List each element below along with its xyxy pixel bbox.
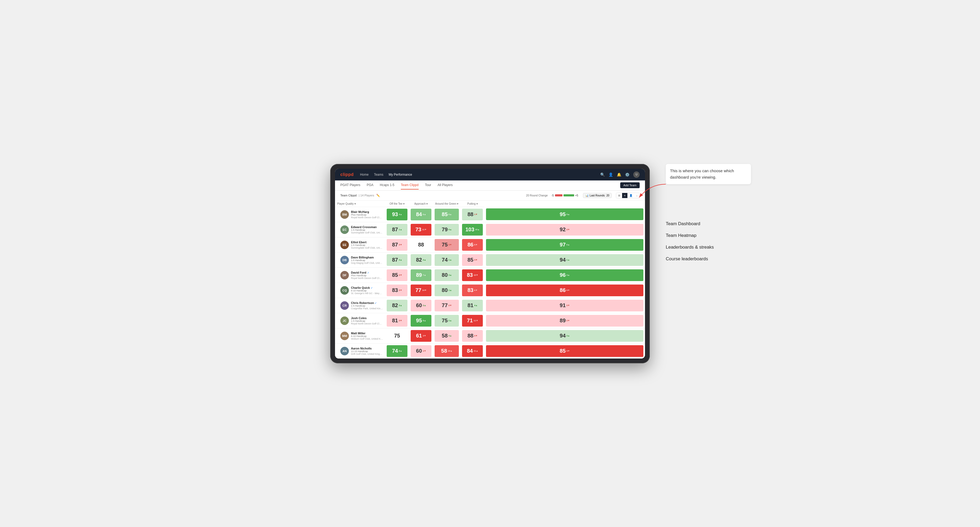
score-approach: 79 9▲ <box>433 222 460 237</box>
team-name: Team Clippd <box>340 194 356 197</box>
avatar[interactable]: U <box>633 171 640 178</box>
nav-team-clippd[interactable]: Team Clippd <box>401 181 418 189</box>
score-around_green: 103 15▲ <box>460 222 484 237</box>
nav-home[interactable]: Home <box>360 171 369 178</box>
nav-icons: 🔍 👤 🔔 ⚙️ U <box>600 171 640 178</box>
player-cell[interactable]: MM Matt Miller 6-10 Handicap Woburn Golf… <box>335 328 385 343</box>
user-icon[interactable]: 👤 <box>609 173 613 177</box>
nav-tour[interactable]: Tour <box>425 181 431 189</box>
score-putting: 86 8▼ <box>484 283 645 298</box>
score-player_quality: 87 1▲ <box>385 222 409 237</box>
nav-pgat-players[interactable]: PGAT Players <box>340 181 360 189</box>
table-row: EE Elliot Ebert 1-5 Handicap Sunningdale… <box>335 237 645 252</box>
right-annotation-panel: This is where you can choose which dashb… <box>666 164 751 268</box>
top-navigation: clippd Home Teams My Performance 🔍 👤 🔔 ⚙… <box>335 169 645 181</box>
pos-change: +5 <box>575 194 578 197</box>
table-row: DB Dave Billingham 1-5 Handicap Gog Mago… <box>335 252 645 268</box>
player-cell[interactable]: DB Dave Billingham 1-5 Handicap Gog Mago… <box>335 252 385 268</box>
nav-all-players[interactable]: All Players <box>438 181 453 189</box>
score-approach: 74 1▲ <box>433 252 460 268</box>
annotation-item-leaderboards: Leaderboards & streaks <box>666 244 751 250</box>
neg-change: -5 <box>552 194 554 197</box>
tablet-screen: clippd Home Teams My Performance 🔍 👤 🔔 ⚙… <box>335 169 645 359</box>
score-off_tee: 61 3▼ <box>409 328 433 343</box>
annotation-item-heatmap: Team Heatmap <box>666 233 751 238</box>
score-approach: 85 8▲ <box>433 207 460 222</box>
player-cell[interactable]: EE Elliot Ebert 1-5 Handicap Sunningdale… <box>335 237 385 252</box>
player-cell[interactable]: CQ Charlie Quick ✓ 6-10 Handicap St. Geo… <box>335 283 385 298</box>
score-around_green: 85 3▼ <box>460 252 484 268</box>
score-approach: 80 3▲ <box>433 268 460 283</box>
grid-view-button[interactable]: ⊞ <box>616 193 622 198</box>
app-logo[interactable]: clippd <box>340 172 354 177</box>
score-putting: 85 4▼ <box>484 343 645 359</box>
add-team-button[interactable]: Add Team <box>620 182 640 188</box>
players-table: Player Quality ▾ Off the Tee ▾ Approach … <box>335 201 645 359</box>
last-rounds-label: Last Rounds: <box>590 194 605 197</box>
score-putting: 96 3▲ <box>484 268 645 283</box>
score-around_green: 88 1▼ <box>460 207 484 222</box>
score-player_quality: 74 8▲ <box>385 343 409 359</box>
col-player-quality[interactable]: Player Quality ▾ <box>335 201 385 207</box>
table-row: AN Aaron Nicholls 11-15 Handicap Drift G… <box>335 343 645 359</box>
nav-my-performance[interactable]: My Performance <box>388 171 412 178</box>
bell-icon[interactable]: 🔔 <box>617 173 621 177</box>
score-putting: 94 1▲ <box>484 252 645 268</box>
team-info-bar: Team Clippd | 14 Players ✏️ 20 Round Cha… <box>335 190 645 201</box>
score-approach: 58 10▲ <box>433 343 460 359</box>
score-off_tee: 82 4▲ <box>409 252 433 268</box>
settings-icon[interactable]: ⚙️ <box>625 173 630 177</box>
score-approach: 75 3▼ <box>433 237 460 252</box>
col-around-green[interactable]: Around the Green ▾ <box>433 201 460 207</box>
player-cell[interactable]: BM Blair McHarg Plus Handicap Royal Nort… <box>335 207 385 222</box>
nav-hcaps[interactable]: Hcaps 1-5 <box>380 181 395 189</box>
score-off_tee: 84 6▲ <box>409 207 433 222</box>
card-view-button[interactable]: 👤 <box>627 193 634 198</box>
score-approach: 80 1▲ <box>433 283 460 298</box>
player-cell[interactable]: JC Josh Coles 1-5 Handicap Royal North D… <box>335 313 385 328</box>
table-row: BM Blair McHarg Plus Handicap Royal Nort… <box>335 207 645 222</box>
col-off-tee[interactable]: Off the Tee ▾ <box>385 201 409 207</box>
score-putting: 91 3▼ <box>484 298 645 313</box>
last-rounds-value: 20 <box>606 194 609 197</box>
score-around_green: 88 2▼ <box>460 328 484 343</box>
secondary-navigation: PGAT Players PGA Hcaps 1-5 Team Clippd T… <box>335 181 645 190</box>
score-putting: 89 2▼ <box>484 313 645 328</box>
last-rounds-button[interactable]: 📊 Last Rounds: 20 <box>583 193 612 198</box>
player-cell[interactable]: EC Edward Crossman 1-5 Handicap Sunningd… <box>335 222 385 237</box>
table-view-button[interactable]: ≡ <box>622 193 627 198</box>
score-player_quality: 75 <box>385 328 409 343</box>
nav-pga[interactable]: PGA <box>367 181 373 189</box>
view-toggle: ⊞ ≡ 👤 ↓ <box>616 193 640 198</box>
score-approach: 77 3▼ <box>433 298 460 313</box>
nav-teams[interactable]: Teams <box>374 171 383 178</box>
score-around_green: 83 10▼ <box>460 268 484 283</box>
annotation-item-dashboard: Team Dashboard <box>666 221 751 227</box>
player-cell[interactable]: CR Chris Robertson ✓ 1-5 Handicap Craigm… <box>335 298 385 313</box>
edit-icon[interactable]: ✏️ <box>376 194 380 197</box>
score-approach: 75 2▲ <box>433 313 460 328</box>
score-player_quality: 87 3▼ <box>385 237 409 252</box>
table-row: DF David Ford ✓ Plus Handicap Royal Nort… <box>335 268 645 283</box>
score-off_tee: 60 1▼ <box>409 343 433 359</box>
annotation-item-course: Course leaderboards <box>666 256 751 262</box>
score-putting: 92 3▼ <box>484 222 645 237</box>
score-off_tee: 89 7▲ <box>409 268 433 283</box>
score-off_tee: 88 <box>409 237 433 252</box>
nav-links: Home Teams My Performance <box>360 171 600 178</box>
search-icon[interactable]: 🔍 <box>600 173 605 177</box>
bar-red <box>555 194 562 197</box>
team-count: | 14 Players <box>359 194 374 197</box>
annotation-bubble: This is where you can choose which dashb… <box>666 164 751 184</box>
main-table-container: Player Quality ▾ Off the Tee ▾ Approach … <box>335 201 645 359</box>
download-button[interactable]: ↓ <box>634 193 640 198</box>
round-change-bar: -5 +5 <box>552 194 578 197</box>
player-cell[interactable]: DF David Ford ✓ Plus Handicap Royal Nort… <box>335 268 385 283</box>
score-off_tee: 73 11▼ <box>409 222 433 237</box>
score-off_tee: 60 2▲ <box>409 298 433 313</box>
score-player_quality: 82 3▲ <box>385 298 409 313</box>
player-cell[interactable]: AN Aaron Nicholls 11-15 Handicap Drift G… <box>335 343 385 359</box>
score-player_quality: 93 4▲ <box>385 207 409 222</box>
col-putting[interactable]: Putting ▾ <box>460 201 484 207</box>
col-approach[interactable]: Approach ▾ <box>409 201 433 207</box>
